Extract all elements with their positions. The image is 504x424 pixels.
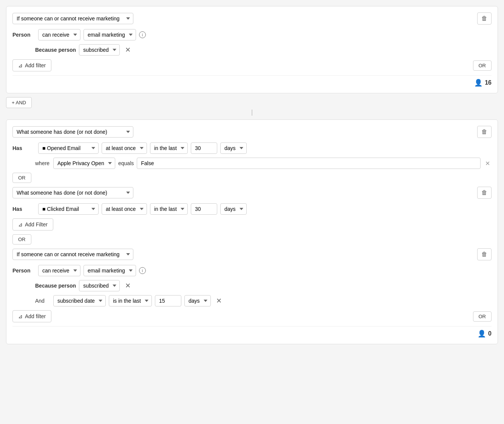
clicked-email-select[interactable]: ■ Clicked Email [38,203,99,215]
filter-block-2: What someone has done (or not done) 🗑 Ha… [12,126,492,169]
main-condition-select-4[interactable]: If someone can or cannot receive marketi… [12,249,133,260]
where-row: where Apple Privacy Open equals ✕ [35,158,492,169]
filter-icon-3: ⊿ [18,221,23,227]
email-marketing-select-1[interactable]: email marketing [83,29,136,40]
subscribed-select-4[interactable]: subscribed [79,280,120,291]
in-the-last-select-2[interactable]: in the last [150,142,188,154]
action-bar-4: ⊿ Add filter OR [12,310,492,322]
main-condition-select-2[interactable]: What someone has done (or not done) [12,126,133,138]
filter-block-4: If someone can or cannot receive marketi… [12,248,492,338]
person-label-4: Person [12,268,35,274]
has-label-3: Has [12,206,35,212]
equals-label: equals [118,160,134,166]
days-select-3[interactable]: days [220,203,247,215]
days-select-2[interactable]: days [220,142,247,154]
subscribed-select-1[interactable]: subscribed [79,44,120,56]
person-label-1: Person [12,32,35,38]
add-filter-1-button[interactable]: ⊿ Add filter [12,59,51,71]
delete-block-3-button[interactable]: 🗑 [477,187,492,199]
false-input[interactable] [137,158,481,169]
and-row-4: And subscribed date is in the last days … [35,295,492,306]
because-row-1: Because person subscribed ✕ [35,44,492,56]
because-person-label-1: Because person [35,47,76,53]
is-in-the-last-select[interactable]: is in the last [109,295,152,306]
where-label: where [35,160,50,166]
person-row-4: Person can receive email marketing i [12,265,492,276]
action-bar-1: ⊿ Add filter OR [12,59,492,71]
filter-block-2-header: What someone has done (or not done) 🗑 [12,126,492,138]
at-least-once-select-2[interactable]: at least once [102,142,147,154]
count-number-4: 0 [488,330,492,337]
remove-because-4-button[interactable]: ✕ [123,281,133,291]
days-select-4[interactable]: days [184,295,211,306]
at-least-once-select-3[interactable]: at least once [102,203,147,215]
days-input-3[interactable] [191,203,217,215]
has-label-2: Has [12,145,35,151]
or-group-block: What someone has done (or not done) 🗑 Ha… [6,119,498,344]
can-receive-select-1[interactable]: can receive [38,29,80,40]
has-row-3: Has ■ Clicked Email at least once in the… [12,203,492,215]
apple-privacy-select[interactable]: Apple Privacy Open [53,158,115,169]
filter-block-3: What someone has done (or not done) 🗑 Ha… [12,187,492,231]
or-separator-2: OR [12,234,492,244]
filter-icon-1: ⊿ [18,62,23,68]
main-condition-select-1[interactable]: If someone can or cannot receive marketi… [12,13,133,24]
delete-block-2-button[interactable]: 🗑 [477,126,492,138]
trash-icon-3: 🗑 [481,189,487,196]
trash-icon-4: 🗑 [481,251,487,257]
can-receive-select-4[interactable]: can receive [38,265,80,276]
filter-block-1: If someone can or cannot receive marketi… [6,6,498,93]
add-filter-4-button[interactable]: ⊿ Add filter [12,310,51,322]
or-button-1[interactable]: OR [473,60,492,71]
count-row-4: 👤 0 [12,326,492,338]
or-button-4[interactable]: OR [473,311,492,322]
has-row-2: Has ■ Opened Email at least once in the … [12,142,492,154]
close-icon-4: ✕ [125,282,131,289]
and-label-4: And [35,298,50,304]
info-icon-1[interactable]: i [139,31,146,38]
or-separator-btn-2[interactable]: OR [12,234,31,244]
delete-block-4-button[interactable]: 🗑 [477,248,492,260]
filter-block-4-header: If someone can or cannot receive marketi… [12,248,492,260]
trash-icon-2: 🗑 [481,128,487,135]
delete-block-1-button[interactable]: 🗑 [477,12,492,25]
filter-block-1-header: If someone can or cannot receive marketi… [12,12,492,25]
close-icon-and: ✕ [216,297,222,305]
remove-because-1-button[interactable]: ✕ [123,45,133,55]
user-icon-4: 👤 [478,330,486,338]
close-icon-1: ✕ [125,46,131,54]
days-input-4[interactable] [155,295,181,306]
because-person-label-4: Because person [35,283,76,289]
and-section: + AND [6,97,498,116]
opened-email-select[interactable]: ■ Opened Email [38,142,99,154]
or-separator-btn-1[interactable]: OR [12,173,31,183]
days-input-2[interactable] [191,142,217,154]
add-filter-3-button[interactable]: ⊿ Add Filter [12,218,53,231]
add-filter-row-3: ⊿ Add Filter [12,218,492,231]
count-row-1: 👤 16 [12,75,492,87]
because-row-4: Because person subscribed ✕ [35,280,492,291]
count-number-1: 16 [485,79,492,86]
remove-and-row-button[interactable]: ✕ [214,296,224,306]
and-button[interactable]: + AND [6,97,32,108]
info-icon-4[interactable]: i [139,267,146,274]
subscribed-date-select[interactable]: subscribed date [53,295,106,306]
user-icon-1: 👤 [474,79,482,87]
connector [6,110,498,116]
email-marketing-select-4[interactable]: email marketing [83,265,136,276]
connector-dot [252,110,252,116]
in-the-last-select-3[interactable]: in the last [150,203,188,215]
filter-block-3-header: What someone has done (or not done) 🗑 [12,187,492,199]
person-row-1: Person can receive email marketing i [12,29,492,40]
trash-icon-1: 🗑 [481,15,487,22]
or-separator-1: OR [12,173,492,183]
main-condition-select-3[interactable]: What someone has done (or not done) [12,187,133,198]
filter-icon-4: ⊿ [18,313,23,319]
remove-where-button[interactable]: ✕ [484,159,492,168]
